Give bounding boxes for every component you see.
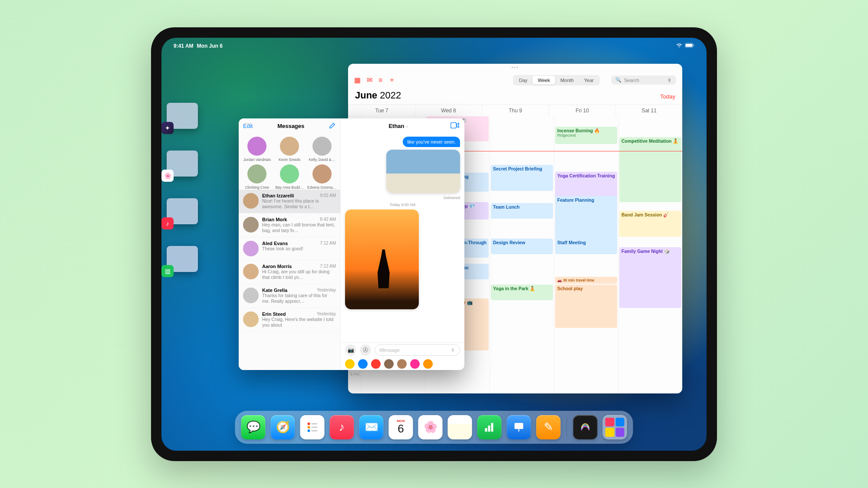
- stage-thumb[interactable]: ✦: [167, 103, 198, 129]
- seg-month[interactable]: Month: [555, 76, 579, 85]
- calendar-event[interactable]: Incense Burning 🔥Ridgecrest: [555, 127, 617, 144]
- status-date: Mon Jun 6: [197, 43, 223, 49]
- svg-point-6: [308, 429, 310, 432]
- sent-message[interactable]: like you've never seen.: [403, 137, 460, 147]
- day-col-sat[interactable]: Competitive Meditation 🧘Band Jam Session…: [618, 116, 682, 393]
- stage-manager-strip: ✦ 🌸 ♪ ▥: [163, 103, 203, 294]
- pinned-contact[interactable]: Jordan Vandnais: [242, 137, 272, 162]
- calendar-event[interactable]: 🚗 30 min travel time: [555, 277, 617, 284]
- conversation-list[interactable]: Ethan Izzarelli9:02 AMNice! I've heard t…: [239, 190, 340, 370]
- app-mini-icon[interactable]: [397, 359, 407, 369]
- calendar-icon[interactable]: ▦: [354, 76, 361, 84]
- app-mini-icon[interactable]: [358, 359, 368, 369]
- facetime-button[interactable]: [450, 122, 459, 130]
- stage-thumb[interactable]: ♪: [167, 198, 198, 224]
- svg-rect-11: [488, 426, 490, 432]
- numbers-icon: ▥: [161, 265, 174, 277]
- stage-thumb[interactable]: 🌸: [167, 151, 198, 177]
- calendar-toolbar: ▦ ✉ ≡ ＋ Day Week Month Year 🔍 Search 🎙: [348, 72, 682, 89]
- mic-icon[interactable]: 🎙: [667, 78, 672, 83]
- conversation-row[interactable]: Aaron Morris7:12 AMHi Craig, are you sti…: [239, 260, 340, 284]
- window-handle-icon[interactable]: •••: [348, 64, 682, 72]
- stage-thumb[interactable]: ▥: [167, 246, 198, 272]
- dock-app-messages[interactable]: 💬: [241, 415, 266, 439]
- list-icon[interactable]: ≡: [378, 76, 382, 84]
- calendar-event[interactable]: School play: [555, 285, 617, 328]
- dock-app-numbers[interactable]: [477, 415, 502, 439]
- message-input[interactable]: iMessage 🎙: [375, 344, 460, 356]
- pinned-contact[interactable]: Climbing Crew: [242, 164, 272, 190]
- pinned-contact[interactable]: Bay Area Budd…: [275, 164, 304, 190]
- conversation-row[interactable]: Erin SteedYesterdayHey Craig, Here's the…: [239, 308, 340, 332]
- messages-window[interactable]: ••• Edit Messages Jordan VandnaisKevin S…: [239, 118, 464, 370]
- calendar-event[interactable]: Competitive Meditation 🧘: [619, 137, 681, 202]
- today-button[interactable]: Today: [660, 93, 675, 100]
- app-mini-icon[interactable]: [345, 359, 355, 369]
- message-placeholder: iMessage: [379, 347, 400, 353]
- conversation-row[interactable]: Aled Evans7:12 AMThese look so good!: [239, 237, 340, 260]
- pinned-contact[interactable]: Kelly, David &…: [307, 137, 337, 162]
- dock-app-mail[interactable]: ✉️: [359, 415, 384, 439]
- dock-app-reminders[interactable]: [300, 415, 325, 439]
- day-header[interactable]: Tue 7: [348, 105, 415, 116]
- calendar-event[interactable]: Design Review: [491, 239, 553, 254]
- dock-app-safari[interactable]: 🧭: [271, 415, 295, 439]
- photos-icon: 🌸: [161, 170, 174, 182]
- month-label: June: [355, 90, 377, 101]
- window-handle-icon[interactable]: •••: [245, 121, 253, 126]
- view-segmented-control[interactable]: Day Week Month Year: [513, 75, 600, 85]
- dock-app-folder[interactable]: [603, 415, 627, 439]
- seg-week[interactable]: Week: [533, 76, 555, 85]
- svg-rect-9: [312, 430, 318, 431]
- inbox-icon[interactable]: ✉: [367, 76, 372, 84]
- pinned-contact[interactable]: Edwina Greena…: [307, 164, 337, 190]
- appstore-button[interactable]: Ⓐ: [360, 344, 371, 356]
- dock-app-pages[interactable]: ✎: [536, 415, 561, 439]
- calendar-event[interactable]: Band Jam Session 🎸: [619, 211, 681, 237]
- dictate-icon[interactable]: 🎙: [450, 347, 455, 353]
- app-mini-icon[interactable]: [410, 359, 420, 369]
- timestamp: Today 9:00 AM: [390, 203, 416, 207]
- day-header[interactable]: Thu 9: [482, 105, 549, 116]
- calendar-event[interactable]: Family Game Night 🎲: [619, 247, 681, 308]
- dock-separator: [567, 418, 567, 437]
- sent-image[interactable]: [386, 150, 460, 193]
- app-mini-icon[interactable]: [384, 359, 394, 369]
- camera-button[interactable]: 📷: [345, 344, 356, 356]
- imessage-app-strip[interactable]: [341, 358, 464, 370]
- received-image[interactable]: [345, 210, 419, 309]
- dock-app-calendar[interactable]: MON 6: [389, 415, 413, 439]
- calendar-event[interactable]: Secret Project Briefing: [491, 165, 553, 191]
- conversation-row[interactable]: Kate GrellaYesterdayThanks for taking ca…: [239, 284, 340, 308]
- conversation-row[interactable]: Ethan Izzarelli9:02 AMNice! I've heard t…: [239, 190, 340, 213]
- day-header[interactable]: Sat 11: [615, 105, 682, 116]
- svg-rect-14: [519, 429, 519, 432]
- calendar-event[interactable]: Team Lunch: [491, 203, 553, 219]
- app-mini-icon[interactable]: [371, 359, 381, 369]
- calendar-event[interactable]: Feature Planning: [555, 196, 617, 245]
- day-header[interactable]: Wed 8: [415, 105, 482, 116]
- calendar-event[interactable]: Yoga in the Park 🧘: [491, 285, 553, 300]
- search-input[interactable]: 🔍 Search 🎙: [611, 75, 676, 85]
- dock[interactable]: 💬 🧭 ♪ ✉️ MON 6 🌸 ✎: [235, 411, 633, 444]
- app-mini-icon[interactable]: [423, 359, 433, 369]
- day-col-thu[interactable]: Secret Project BriefingTeam LunchDesign …: [490, 116, 554, 393]
- add-event-button[interactable]: ＋: [388, 75, 395, 85]
- dock-app-procreate[interactable]: [573, 415, 598, 439]
- freeform-icon: ✦: [161, 122, 174, 134]
- pinned-contact[interactable]: Kevin Smeds: [275, 137, 304, 162]
- thread-body[interactable]: like you've never seen. Delivered Today …: [341, 134, 464, 342]
- day-col-fri[interactable]: Incense Burning 🔥RidgecrestYoga Certific…: [554, 116, 618, 393]
- thread-title[interactable]: Ethan ›: [346, 123, 450, 129]
- dock-app-music[interactable]: ♪: [330, 415, 354, 439]
- dock-app-notes[interactable]: [448, 415, 472, 439]
- calendar-event[interactable]: Staff Meeting: [555, 239, 617, 254]
- conversation-row[interactable]: Brian Mork8:42 AMHey man, can I still bo…: [239, 213, 340, 237]
- dock-app-keynote[interactable]: [507, 415, 531, 439]
- dock-app-photos[interactable]: 🌸: [418, 415, 443, 439]
- day-header[interactable]: Fri 10: [549, 105, 615, 116]
- svg-rect-1: [686, 44, 693, 47]
- seg-day[interactable]: Day: [514, 76, 533, 85]
- seg-year[interactable]: Year: [579, 76, 599, 85]
- compose-button[interactable]: [329, 122, 336, 130]
